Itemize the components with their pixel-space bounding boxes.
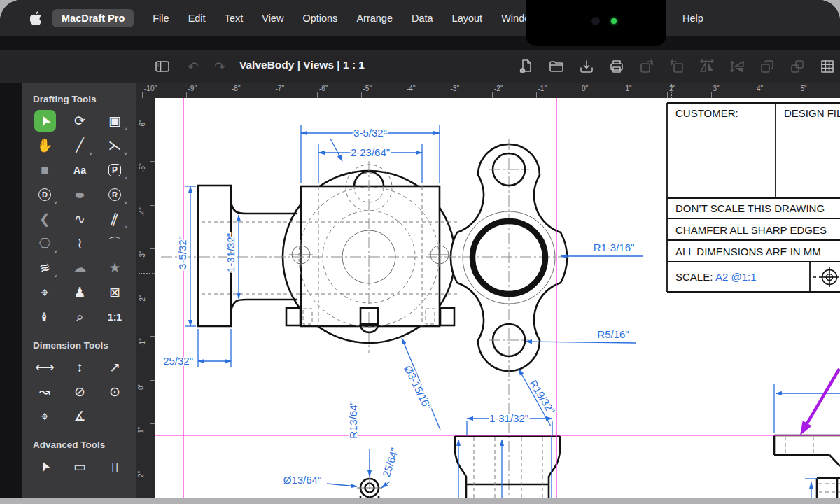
line-tool[interactable]: ╱˅ [62,133,97,158]
eyedropper-tool[interactable]: ✒ [27,304,62,329]
rotate-tool-icon: ⟳ [74,114,85,127]
menu-item-data[interactable]: Data [412,13,433,24]
angle-dimension-tool[interactable]: ∡ [62,404,97,428]
actual-size-tool[interactable]: 1:1 [97,304,132,329]
advanced-frame-tool[interactable]: ▭ [62,454,97,479]
app-screen: MacDraft Pro FileEditTextViewOptionsArra… [0,0,840,498]
menu-item-options[interactable]: Options [302,13,337,24]
stamp-tool[interactable]: ♟ [62,280,97,304]
advanced-select-tool[interactable]: ➤ [27,454,62,479]
radius-circle-tool[interactable]: R˅ [97,182,132,206]
ruler-tick [150,380,155,381]
blob-tool[interactable]: ☁ [62,255,97,280]
ruler-tick [142,92,143,98]
parallel-line-tool[interactable]: ∥˅ [97,206,132,231]
dimension-label: 3-5/32" [354,127,387,139]
chevron-shape-tool[interactable]: ❮ [27,206,62,231]
delete-tool[interactable]: ⊠ [97,280,132,304]
vertical-dimension-tool[interactable]: ↕ [62,355,97,379]
curve-tool[interactable]: ∿ [62,206,97,231]
sidebar-toggle-button[interactable] [154,58,171,75]
menu-item-text[interactable]: Text [225,13,244,24]
angle-line-tool[interactable]: ⋋˅ [97,133,132,158]
annotation-arrow[interactable] [800,369,839,435]
bezier-tool[interactable]: ≀ [62,231,97,255]
polygon-tool[interactable]: ⎔˅ [27,231,62,255]
flyout-chevron-icon: ˅ [124,150,127,157]
valve-body-drawing: 3-5/32" 2-23/64" 3-5/32" 1-31/32" 2 [155,98,840,498]
select-tool-selected[interactable]: ➤ [34,110,56,132]
text-tool[interactable]: Aa [62,158,97,182]
menu-item-layout[interactable]: Layout [452,13,483,24]
ruler-tick-label: 4" [757,85,763,92]
open-folder-button[interactable] [548,58,565,75]
ruler-tick [449,92,449,98]
menu-item-arrange[interactable]: Arrange [356,13,393,24]
ruler-tick-label: -4" [139,207,146,216]
flyout-chevron-icon: ˅ [124,200,127,206]
new-document-button[interactable] [518,58,535,75]
select-tool[interactable]: ➤ [27,108,62,133]
point-marker-tool[interactable]: ⌖ [27,280,62,304]
radius-dimension-tool[interactable]: ⊙ [97,379,132,404]
right-partial-view[interactable] [774,435,840,498]
rotate-left-button[interactable] [668,58,685,75]
star-tool[interactable]: ★ [97,255,132,280]
active-app-name[interactable]: MacDraft Pro [52,9,134,27]
center-mark-tool[interactable]: ⌖ [27,404,62,428]
dimension-label: 25/32" [163,355,193,367]
menu-item-edit[interactable]: Edit [188,13,206,24]
transform-tool[interactable]: ▣˅ [97,108,132,133]
advanced-window-tool[interactable]: ▯ [97,454,132,479]
flip-horizontal-button[interactable] [699,58,715,75]
ruler-tick-label: -7" [276,85,284,92]
polygon-p-tool[interactable]: P˅ [97,158,132,182]
ruler-tick [667,92,668,98]
ruler-tick-label: -6" [319,85,328,92]
menu-item-help[interactable]: Help [682,0,704,36]
registration-mark-icon [813,267,839,287]
save-button[interactable] [578,58,595,75]
undo-button[interactable]: ↶ [185,58,202,75]
transform-tool-icon: ▣ [108,114,121,127]
bottom-view[interactable] [455,436,560,498]
zoom-tool[interactable]: ⌕ [62,304,97,329]
rotate-left-icon [669,59,685,74]
print-button[interactable] [608,58,625,75]
flip-vertical-button[interactable] [729,58,746,75]
horizontal-dimension-tool[interactable]: ⟷ [27,355,62,379]
freehand-tool[interactable]: ≋˅ [27,255,62,280]
vertical-ruler[interactable]: -6"-5"-4"-3"-2"-1"0"1"2" [136,98,155,498]
title-block-note-2: CHAMFER ALL SHARP EDGES [676,224,827,236]
rectangle-tool[interactable]: ■ [27,158,62,182]
ellipse-tool[interactable]: ● [62,182,97,206]
angled-dimension-tool[interactable]: ↝ [27,379,62,404]
blob-tool-icon: ☁ [74,261,87,274]
diameter-dimension-tool[interactable]: ⊘ [62,379,97,404]
dimension-label: Ø13/64" [284,474,322,486]
front-view[interactable] [161,139,570,498]
ungroup-button[interactable] [789,58,806,75]
ruler-tick-label: 0" [137,383,145,389]
diameter-circle-tool[interactable]: D˅ [27,182,62,206]
ruler-tick-label: -8" [232,85,240,92]
apple-menu-icon[interactable] [30,11,43,25]
drawing-canvas[interactable]: 3-5/32" 2-23/64" 3-5/32" 1-31/32" 2 [155,98,840,498]
group-button[interactable] [759,58,776,75]
diagonal-dimension-tool[interactable]: ↗ [97,355,132,379]
parallel-line-tool-icon: ∥ [109,211,120,226]
diameter-circle-tool-icon: D [38,188,51,201]
grid-button[interactable] [819,58,836,75]
redo-button[interactable]: ↷ [211,58,228,75]
menu-item-view[interactable]: View [262,13,284,24]
menu-item-file[interactable]: File [153,13,169,24]
polygon-tool-icon: ⎔ [39,237,51,250]
arc-tool[interactable]: ⌒ [97,231,132,255]
rotate-tool[interactable]: ⟳ [62,108,97,133]
horizontal-ruler[interactable]: -10"-9"-8"-7"-6"-5"-4"-3"-2"-1"0"1"2"3"4… [136,83,840,98]
rotate-right-button[interactable] [638,58,655,75]
title-block-scale-value: A2 @1:1 [715,271,757,283]
pan-tool[interactable]: ✋ [27,133,62,158]
open-folder-icon [549,59,564,74]
ruler-tick [150,161,155,162]
